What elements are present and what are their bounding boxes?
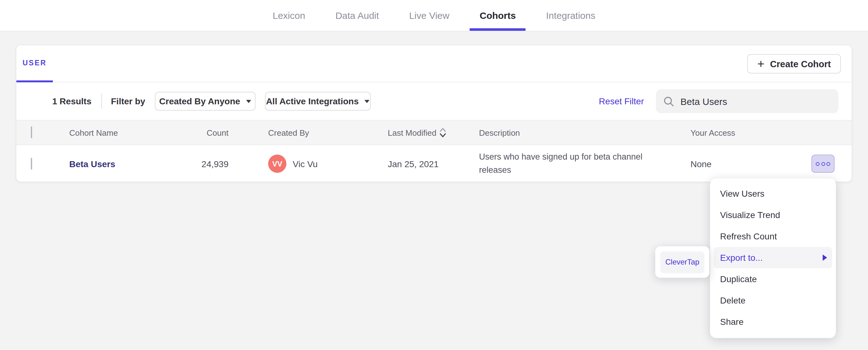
cohort-name-link[interactable]: Beta Users — [69, 159, 115, 169]
cohort-description: Users who have signed up for beta channe… — [479, 151, 690, 177]
header-cohort-name: Cohort Name — [69, 128, 157, 137]
tab-live-view[interactable]: Live View — [394, 0, 465, 31]
sort-icon — [440, 128, 446, 138]
top-nav: Lexicon Data Audit Live View Cohorts Int… — [0, 0, 868, 31]
cohort-count: 24,939 — [157, 159, 228, 169]
search-box[interactable] — [656, 89, 838, 113]
table-row: Beta Users 24,939 VV Vic Vu Jan 25, 2021… — [17, 145, 851, 182]
export-submenu: CleverTap — [655, 246, 709, 278]
created-by-name: Vic Vu — [293, 159, 317, 169]
tab-lexicon[interactable]: Lexicon — [257, 0, 320, 31]
menu-item-duplicate[interactable]: Duplicate — [710, 268, 836, 290]
header-last-modified-label: Last Modified — [388, 128, 436, 137]
nav-tabs: Lexicon Data Audit Live View Cohorts Int… — [257, 0, 611, 31]
ellipsis-icon — [816, 162, 819, 166]
row-checkbox[interactable] — [31, 158, 32, 169]
select-all-checkbox[interactable] — [31, 126, 32, 138]
created-by-dropdown-value: Created By Anyone — [159, 96, 240, 106]
more-actions-button[interactable] — [811, 154, 835, 173]
integrations-dropdown[interactable]: All Active Integrations — [265, 92, 370, 111]
menu-item-view-users[interactable]: View Users — [710, 183, 836, 204]
tab-cohorts[interactable]: Cohorts — [465, 0, 531, 31]
header-last-modified[interactable]: Last Modified — [388, 128, 446, 138]
tab-user[interactable]: USER — [17, 45, 53, 82]
vertical-divider — [102, 94, 102, 109]
menu-item-share[interactable]: Share — [710, 311, 836, 332]
cohorts-card: USER + Create Cohort 1 Results Filter by… — [16, 45, 852, 182]
search-input[interactable] — [680, 96, 831, 106]
avatar: VV — [268, 154, 286, 173]
filter-by-label: Filter by — [111, 96, 146, 106]
context-menu: View Users Visualize Trend Refresh Count… — [710, 178, 836, 338]
ellipsis-icon — [827, 162, 830, 166]
submenu-arrow-icon — [823, 254, 827, 261]
menu-item-export-to[interactable]: Export to... — [714, 247, 832, 268]
tab-data-audit[interactable]: Data Audit — [320, 0, 394, 31]
table-header: Cohort Name Count Created By Last Modifi… — [17, 120, 851, 145]
create-cohort-button[interactable]: + Create Cohort — [747, 54, 841, 73]
cohorts-page: Lexicon Data Audit Live View Cohorts Int… — [0, 0, 868, 350]
reset-filter-link[interactable]: Reset Filter — [599, 96, 644, 106]
card-header: USER + Create Cohort — [17, 45, 851, 82]
caret-down-icon — [365, 100, 370, 103]
menu-item-export-to-label: Export to... — [720, 253, 763, 262]
header-created-by: Created By — [268, 128, 388, 137]
last-modified-value: Jan 25, 2021 — [388, 159, 479, 169]
header-count: Count — [157, 128, 228, 137]
header-description: Description — [479, 128, 690, 137]
plus-icon: + — [757, 58, 764, 70]
integrations-dropdown-value: All Active Integrations — [266, 96, 359, 106]
header-your-access: Your Access — [690, 128, 785, 137]
menu-item-visualize-trend[interactable]: Visualize Trend — [710, 204, 836, 225]
filter-bar: 1 Results Filter by Created By Anyone Al… — [17, 82, 851, 120]
results-count: 1 Results — [52, 96, 92, 106]
ellipsis-icon — [821, 162, 825, 166]
your-access-value: None — [690, 159, 785, 169]
tab-integrations[interactable]: Integrations — [531, 0, 611, 31]
caret-down-icon — [246, 100, 251, 103]
create-cohort-label: Create Cohort — [770, 59, 831, 69]
menu-item-refresh-count[interactable]: Refresh Count — [710, 225, 836, 247]
menu-item-delete[interactable]: Delete — [710, 290, 836, 311]
submenu-item-clevertap[interactable]: CleverTap — [660, 251, 704, 273]
search-icon — [663, 96, 674, 106]
created-by-dropdown[interactable]: Created By Anyone — [155, 92, 255, 111]
